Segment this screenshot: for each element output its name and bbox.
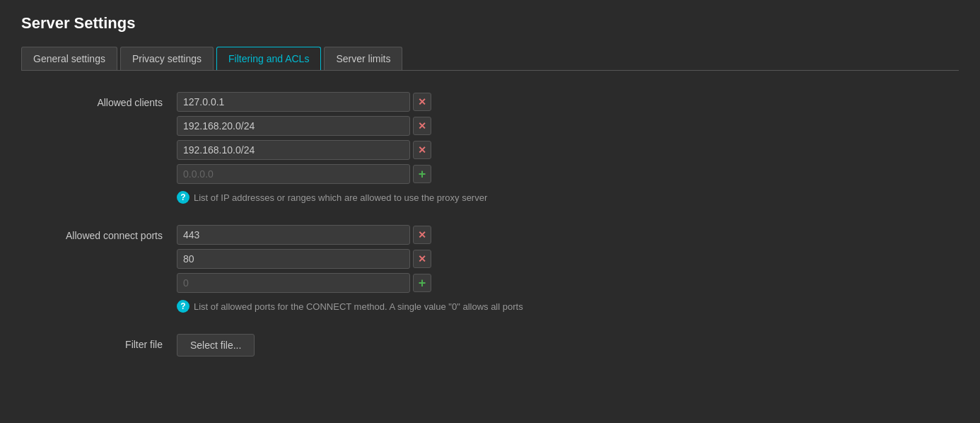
filter-file-controls: Select file... bbox=[177, 334, 255, 357]
allowed-ports-entry-1: ✕ bbox=[177, 249, 523, 269]
tab-general[interactable]: General settings bbox=[21, 47, 117, 70]
tab-limits[interactable]: Server limits bbox=[324, 47, 402, 70]
allowed-ports-controls: ✕ ✕ + ? List of allowed ports for the CO… bbox=[177, 225, 523, 313]
page-container: Server Settings General settings Privacy… bbox=[0, 0, 980, 392]
allowed-ports-new-entry: + bbox=[177, 273, 523, 293]
filter-file-section: Filter file Select file... bbox=[21, 334, 959, 357]
allowed-clients-new-entry: + bbox=[177, 164, 487, 184]
allowed-ports-new-input[interactable] bbox=[177, 273, 410, 293]
allowed-ports-help: ? List of allowed ports for the CONNECT … bbox=[177, 300, 523, 313]
allowed-ports-remove-1[interactable]: ✕ bbox=[413, 250, 431, 268]
allowed-clients-row: Allowed clients ✕ ✕ ✕ + bbox=[21, 92, 959, 204]
allowed-ports-label: Allowed connect ports bbox=[21, 225, 177, 241]
allowed-ports-input-1[interactable] bbox=[177, 249, 410, 269]
tab-privacy[interactable]: Privacy settings bbox=[120, 47, 214, 70]
tab-filtering[interactable]: Filtering and ACLs bbox=[216, 47, 321, 70]
allowed-ports-row: Allowed connect ports ✕ ✕ + ? List of al… bbox=[21, 225, 959, 313]
allowed-clients-entry-2: ✕ bbox=[177, 140, 487, 160]
allowed-ports-help-icon: ? bbox=[177, 300, 189, 313]
allowed-clients-new-input[interactable] bbox=[177, 164, 410, 184]
select-file-button[interactable]: Select file... bbox=[177, 334, 255, 357]
allowed-clients-input-0[interactable] bbox=[177, 92, 410, 112]
allowed-clients-help-text: List of IP addresses or ranges which are… bbox=[194, 192, 487, 203]
allowed-clients-input-1[interactable] bbox=[177, 116, 410, 136]
allowed-clients-entry-0: ✕ bbox=[177, 92, 487, 112]
allowed-clients-remove-0[interactable]: ✕ bbox=[413, 93, 431, 111]
allowed-ports-section: Allowed connect ports ✕ ✕ + ? List of al… bbox=[21, 225, 959, 313]
filter-file-row: Filter file Select file... bbox=[21, 334, 959, 357]
allowed-clients-section: Allowed clients ✕ ✕ ✕ + bbox=[21, 92, 959, 204]
allowed-clients-remove-1[interactable]: ✕ bbox=[413, 117, 431, 135]
allowed-ports-add-button[interactable]: + bbox=[413, 274, 431, 292]
allowed-clients-remove-2[interactable]: ✕ bbox=[413, 141, 431, 159]
allowed-clients-help-icon: ? bbox=[177, 191, 189, 204]
page-title: Server Settings bbox=[21, 14, 959, 33]
allowed-clients-entry-1: ✕ bbox=[177, 116, 487, 136]
filter-file-label: Filter file bbox=[21, 334, 177, 350]
allowed-clients-add-button[interactable]: + bbox=[413, 165, 431, 183]
allowed-clients-help: ? List of IP addresses or ranges which a… bbox=[177, 191, 487, 204]
allowed-ports-remove-0[interactable]: ✕ bbox=[413, 226, 431, 244]
allowed-clients-controls: ✕ ✕ ✕ + ? List of IP addresses or ranges bbox=[177, 92, 487, 204]
allowed-ports-input-0[interactable] bbox=[177, 225, 410, 245]
allowed-ports-help-text: List of allowed ports for the CONNECT me… bbox=[194, 301, 523, 312]
allowed-ports-entry-0: ✕ bbox=[177, 225, 523, 245]
allowed-clients-input-2[interactable] bbox=[177, 140, 410, 160]
allowed-clients-label: Allowed clients bbox=[21, 92, 177, 108]
tab-bar: General settings Privacy settings Filter… bbox=[21, 47, 959, 71]
